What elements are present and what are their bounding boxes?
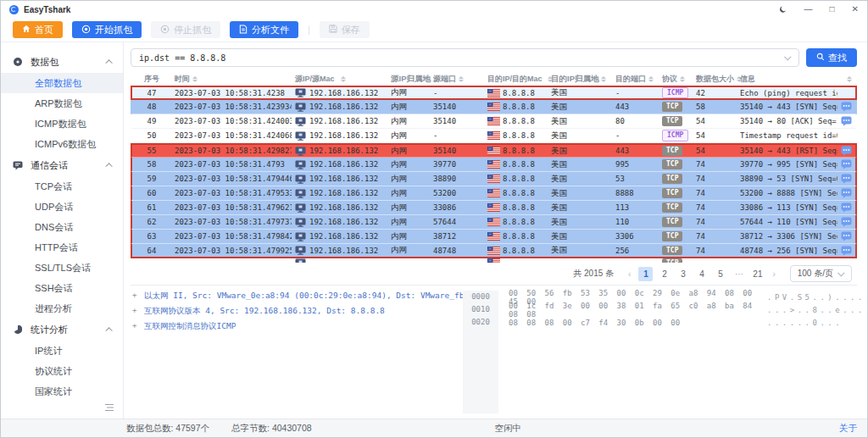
column-header[interactable]: 协议 <box>659 72 693 86</box>
prev-page-icon[interactable]: ‹ <box>625 269 634 279</box>
maximize-button[interactable]: □ <box>830 5 835 14</box>
sidebar-item-SSL/TLS会话[interactable]: SSL/TLS会话 <box>1 258 123 278</box>
sidebar-item-SSH会话[interactable]: SSH会话 <box>1 278 123 298</box>
chevron-down-icon[interactable] <box>784 53 791 60</box>
column-header[interactable]: 序号 <box>132 72 171 86</box>
page-button-1[interactable]: 1 <box>638 267 653 281</box>
sidebar-item-TCP会话[interactable]: TCP会话 <box>1 176 123 197</box>
sidebar-item-协议统计[interactable]: 协议统计 <box>1 361 123 381</box>
hex-offset: 0000 <box>463 291 498 303</box>
cell-dest-port: 8888 <box>612 186 659 200</box>
table-row[interactable]: 58 2023-07-03 10:58:31.4793 192.168.186.… <box>131 158 857 172</box>
table-row[interactable]: 48 2023-07-03 10:58:31.423934 192.168.18… <box>131 100 857 114</box>
sidebar-item-HTTP会话[interactable]: HTTP会话 <box>1 237 123 258</box>
comment-icon[interactable] <box>841 217 852 227</box>
page-button-5[interactable]: 5 <box>713 267 727 281</box>
sort-icon[interactable] <box>601 76 606 82</box>
page-button-4[interactable]: 4 <box>694 267 709 281</box>
column-header[interactable]: 目的IP/目的Mac <box>484 72 548 86</box>
comment-icon[interactable] <box>841 202 852 213</box>
table-row[interactable]: 50 2023-07-03 10:58:31.424068 192.168.18… <box>131 129 857 143</box>
protocol-tree-item[interactable]: + 以太网 II, Src: VMware_0e:a8:94 (00:0c:29… <box>132 291 463 302</box>
close-button[interactable]: ✕ <box>852 5 859 14</box>
cell-dest-port <box>612 258 659 263</box>
table-row[interactable]: 61 2023-07-03 10:58:31.479621 192.168.18… <box>131 201 857 215</box>
comment-icon[interactable] <box>841 116 852 126</box>
table-row[interactable]: TCP <box>131 258 857 263</box>
expand-icon[interactable]: + <box>132 321 139 330</box>
sidebar-collapse-icon[interactable] <box>103 402 116 413</box>
sidebar-item-进程分析[interactable]: 进程分析 <box>1 298 123 319</box>
next-page-icon[interactable]: › <box>769 269 778 279</box>
expand-icon[interactable]: + <box>132 291 139 299</box>
sort-icon[interactable] <box>341 76 346 82</box>
protocol-badge: TCP <box>662 217 682 227</box>
comment-icon[interactable] <box>841 174 852 184</box>
page-size-select[interactable]: 100 条/页 <box>790 265 852 282</box>
home-button[interactable]: 首页 <box>13 21 63 38</box>
sidebar-item-ICMP数据包[interactable]: ICMP数据包 <box>1 114 123 134</box>
search-button[interactable]: 查找 <box>806 48 857 67</box>
sort-icon[interactable] <box>680 76 685 82</box>
column-header[interactable]: 数据包大小 <box>693 72 737 86</box>
cell-source-ip: 192.168.186.132 <box>292 87 387 98</box>
sidebar-section-header[interactable]: 数据包 <box>1 51 123 73</box>
comment-icon[interactable] <box>841 159 852 169</box>
page-button-2[interactable]: 2 <box>657 267 671 281</box>
sort-icon[interactable] <box>192 76 198 82</box>
sidebar-item-全部数据包[interactable]: 全部数据包 <box>1 73 123 93</box>
sidebar-item-UDP会话[interactable]: UDP会话 <box>1 197 123 217</box>
computer-icon <box>295 147 306 156</box>
table-row[interactable]: 62 2023-07-03 10:58:31.479737 192.168.18… <box>131 215 857 230</box>
about-link[interactable]: 关于 <box>839 423 857 435</box>
sidebar-item-ICMPv6数据包[interactable]: ICMPv6数据包 <box>1 134 123 154</box>
column-header[interactable]: 信息 <box>737 72 855 86</box>
protocol-tree-item[interactable]: + 互联网协议版本 4, Src: 192.168.186.132, Dst: … <box>132 306 463 317</box>
sidebar-item-ARP数据包[interactable]: ARP数据包 <box>1 93 123 114</box>
stop-capture-button[interactable]: 停止抓包 <box>151 21 220 38</box>
comment-icon[interactable] <box>841 146 852 156</box>
table-row[interactable]: 55 2023-07-03 10:58:31.429827 192.168.18… <box>131 143 857 158</box>
column-header[interactable]: 源IP/源Mac <box>292 72 387 86</box>
analyze-file-button[interactable]: 分析文件 <box>230 21 298 38</box>
sidebar-item-国家统计[interactable]: 国家统计 <box>1 381 123 402</box>
table-row[interactable]: 49 2023-07-03 10:58:31.424003 192.168.18… <box>131 114 857 129</box>
table-row[interactable]: 63 2023-07-03 10:58:31.479842 192.168.18… <box>131 230 857 244</box>
sidebar-item-IP统计[interactable]: IP统计 <box>1 341 123 361</box>
sidebar-section-header[interactable]: 统计分析 <box>1 319 123 341</box>
sidebar-item-DNS会话[interactable]: DNS会话 <box>1 217 123 237</box>
protocol-tree-item[interactable]: + 互联网控制消息协议ICMP <box>132 321 463 332</box>
cell-time: 2023-07-03 10:58:31.429827 <box>171 145 292 157</box>
comment-icon[interactable] <box>841 188 852 198</box>
us-flag-icon <box>487 189 500 197</box>
table-row[interactable]: 64 2023-07-03 10:58:31.479925 192.168.18… <box>131 244 857 258</box>
comment-icon[interactable] <box>841 102 852 112</box>
cell-source-ip: 192.168.186.132 <box>292 129 387 142</box>
column-header[interactable]: 目的IP归属地 <box>548 72 612 86</box>
comment-icon[interactable] <box>841 246 852 256</box>
filter-input[interactable]: ip.dst == 8.8.8.8 <box>131 48 799 67</box>
comment-icon[interactable] <box>841 231 852 241</box>
save-button[interactable]: 保存 <box>320 21 370 38</box>
sidebar-section-header[interactable]: 通信会话 <box>1 154 123 176</box>
table-row[interactable]: 59 2023-07-03 10:58:31.479446 192.168.18… <box>131 172 857 186</box>
session-icon <box>13 160 24 171</box>
sort-icon[interactable] <box>648 76 654 82</box>
start-capture-button[interactable]: 开始抓包 <box>72 21 142 38</box>
sidebar-section: 统计分析 IP统计协议统计国家统计 <box>1 319 123 402</box>
dark-mode-icon[interactable] <box>779 5 787 14</box>
expand-icon[interactable]: + <box>132 306 139 314</box>
cell-dest-port: 443 <box>612 145 659 157</box>
table-row[interactable]: 60 2023-07-03 10:58:31.479533 192.168.18… <box>131 186 857 201</box>
minimize-button[interactable]: — <box>804 5 813 14</box>
column-header[interactable]: 源端口 <box>430 72 484 86</box>
sort-icon[interactable] <box>847 76 852 82</box>
column-header[interactable]: 时间 <box>171 72 292 86</box>
page-button-21[interactable]: 21 <box>750 267 765 281</box>
page-button-3[interactable]: 3 <box>676 267 690 281</box>
column-header[interactable]: 源IP归属地 <box>387 72 430 86</box>
sort-icon[interactable] <box>459 76 464 82</box>
table-row[interactable]: 47 2023-07-03 10:58:31.4238 192.168.186.… <box>131 86 857 100</box>
column-header[interactable]: 目的端口 <box>612 72 659 86</box>
table-body: 47 2023-07-03 10:58:31.4238 192.168.186.… <box>131 86 857 263</box>
